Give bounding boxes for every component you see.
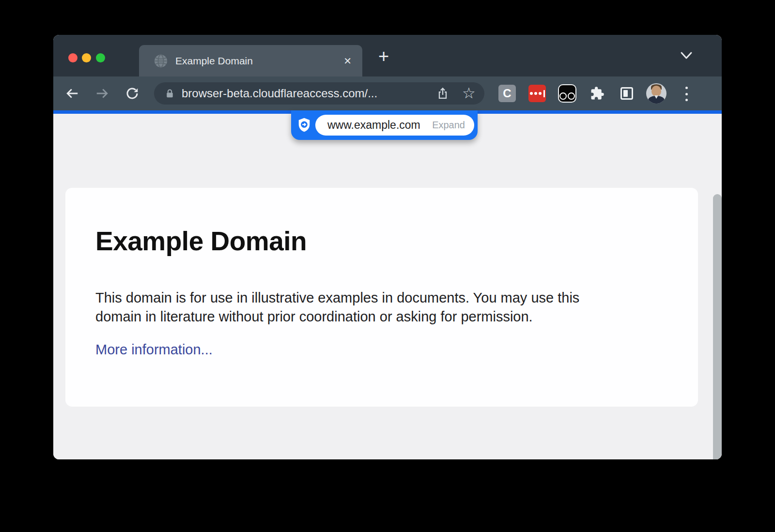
scrollbar-thumb[interactable] xyxy=(713,194,722,459)
tab-strip: Example Domain ✕ + xyxy=(53,35,722,76)
lastpass-extension-icon[interactable] xyxy=(528,85,546,102)
toolbar: browser-beta.cloudflareaccess.com/... ☆ … xyxy=(53,76,722,110)
kebab-menu-icon[interactable] xyxy=(684,86,688,102)
globe-icon xyxy=(154,54,168,68)
macos-minimize-button[interactable] xyxy=(82,53,91,62)
reload-button[interactable] xyxy=(124,85,140,102)
forward-arrow-icon xyxy=(95,86,109,101)
back-arrow-icon xyxy=(65,86,79,101)
new-tab-button[interactable]: + xyxy=(373,46,394,67)
tab-example-domain[interactable]: Example Domain ✕ xyxy=(139,45,362,76)
address-bar[interactable]: browser-beta.cloudflareaccess.com/... ☆ xyxy=(154,82,484,105)
chevron-down-icon[interactable] xyxy=(680,50,693,61)
isolation-pill-inner[interactable]: www.example.com Expand xyxy=(315,115,474,136)
macos-close-button[interactable] xyxy=(68,53,78,62)
tab-title: Example Domain xyxy=(175,55,253,67)
close-tab-icon[interactable]: ✕ xyxy=(343,56,352,66)
bookmark-star-icon[interactable]: ☆ xyxy=(462,87,476,100)
example-domain-card: Example Domain This domain is for use in… xyxy=(65,188,698,407)
page-title: Example Domain xyxy=(95,226,307,257)
isolation-domain-pill[interactable]: www.example.com Expand xyxy=(291,110,478,140)
reload-icon xyxy=(125,86,140,101)
extensions-puzzle-icon[interactable] xyxy=(590,86,604,101)
isolated-domain-text: www.example.com xyxy=(327,119,420,132)
url-text[interactable]: browser-beta.cloudflareaccess.com/... xyxy=(182,87,377,100)
more-information-link[interactable]: More information... xyxy=(95,342,213,358)
lock-icon[interactable] xyxy=(164,88,175,99)
extension-c-icon[interactable]: C xyxy=(498,85,516,102)
page-paragraph: This domain is for use in illustrative e… xyxy=(95,289,579,326)
forward-button[interactable] xyxy=(94,85,110,102)
expand-button[interactable]: Expand xyxy=(432,120,465,131)
page-viewport: Example Domain This domain is for use in… xyxy=(53,114,722,459)
back-button[interactable] xyxy=(64,85,80,102)
share-icon[interactable] xyxy=(436,87,450,100)
shield-arrow-icon xyxy=(297,117,311,133)
profile-avatar[interactable] xyxy=(646,83,666,104)
side-panel-icon[interactable] xyxy=(620,87,633,100)
recorder-extension-icon[interactable] xyxy=(558,84,576,103)
browser-window: Example Domain ✕ + xyxy=(53,35,722,459)
macos-zoom-button[interactable] xyxy=(96,53,105,62)
